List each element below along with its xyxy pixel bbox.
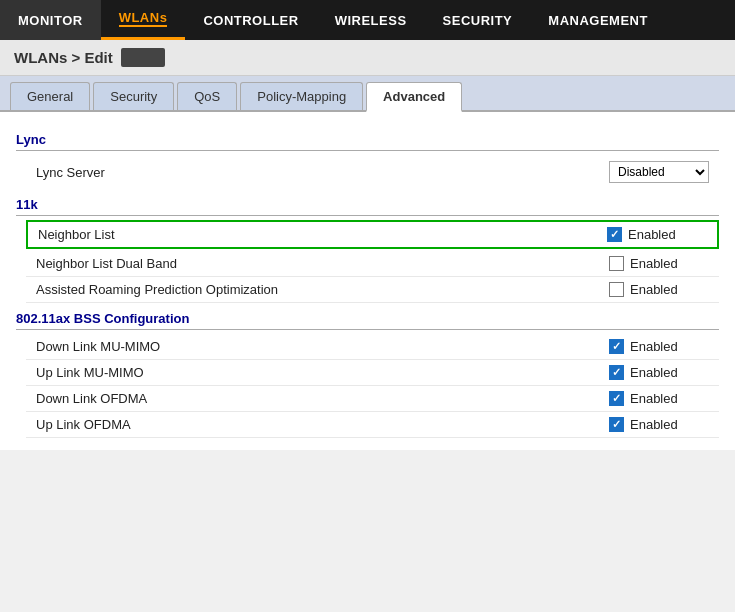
neighbor-list-dual-band-row: Neighbor List Dual Band Enabled	[26, 251, 719, 277]
neighbor-list-dual-band-control: Enabled	[609, 256, 709, 271]
tab-policy-mapping[interactable]: Policy-Mapping	[240, 82, 363, 110]
tab-general[interactable]: General	[10, 82, 90, 110]
ul-mu-mimo-row: Up Link MU-MIMO ✓ Enabled	[26, 360, 719, 386]
nav-controller[interactable]: CONTROLLER	[185, 0, 316, 40]
dl-ofdma-control: ✓ Enabled	[609, 391, 709, 406]
tabs-bar: General Security QoS Policy-Mapping Adva…	[0, 76, 735, 112]
assisted-roaming-checkbox[interactable]	[609, 282, 624, 297]
lync-server-label: Lync Server	[36, 165, 609, 180]
bss-section-header: 802.11ax BSS Configuration	[16, 311, 719, 330]
nav-security[interactable]: SECURITY	[425, 0, 531, 40]
nav-management[interactable]: MANAGEMENT	[530, 0, 666, 40]
dl-mu-mimo-enabled-label: Enabled	[630, 339, 678, 354]
dl-ofdma-checkbox[interactable]: ✓	[609, 391, 624, 406]
neighbor-list-control: ✓ Enabled	[607, 227, 707, 242]
assisted-roaming-row: Assisted Roaming Prediction Optimization…	[26, 277, 719, 303]
neighbor-list-enabled-label: Enabled	[628, 227, 676, 242]
nav-wlans[interactable]: WLANs	[101, 0, 186, 40]
ul-ofdma-enabled-label: Enabled	[630, 417, 678, 432]
lync-server-row: Lync Server Disabled Enabled	[26, 155, 719, 189]
ul-mu-mimo-enabled-label: Enabled	[630, 365, 678, 380]
ul-ofdma-label: Up Link OFDMA	[36, 417, 609, 432]
11k-section-header: 11k	[16, 197, 719, 216]
ul-ofdma-checkbox[interactable]: ✓	[609, 417, 624, 432]
neighbor-list-dual-band-checkbox[interactable]	[609, 256, 624, 271]
lync-section-header: Lync	[16, 132, 719, 151]
ul-ofdma-row: Up Link OFDMA ✓ Enabled	[26, 412, 719, 438]
neighbor-list-label: Neighbor List	[38, 227, 607, 242]
assisted-roaming-label: Assisted Roaming Prediction Optimization	[36, 282, 609, 297]
tab-security[interactable]: Security	[93, 82, 174, 110]
ul-mu-mimo-label: Up Link MU-MIMO	[36, 365, 609, 380]
neighbor-list-row: Neighbor List ✓ Enabled	[26, 220, 719, 249]
assisted-roaming-enabled-label: Enabled	[630, 282, 678, 297]
ul-ofdma-control: ✓ Enabled	[609, 417, 709, 432]
top-nav: MONITOR WLANs CONTROLLER WIRELESS SECURI…	[0, 0, 735, 40]
breadcrumb-text: WLANs > Edit	[14, 49, 113, 66]
dl-ofdma-enabled-label: Enabled	[630, 391, 678, 406]
neighbor-list-dual-band-label: Neighbor List Dual Band	[36, 256, 609, 271]
main-content: Lync Lync Server Disabled Enabled 11k Ne…	[0, 112, 735, 450]
neighbor-list-dual-band-enabled-label: Enabled	[630, 256, 678, 271]
ul-mu-mimo-control: ✓ Enabled	[609, 365, 709, 380]
breadcrumb: WLANs > Edit ​​​​​​​​	[0, 40, 735, 76]
lync-server-select[interactable]: Disabled Enabled	[609, 161, 709, 183]
tab-qos[interactable]: QoS	[177, 82, 237, 110]
dl-mu-mimo-label: Down Link MU-MIMO	[36, 339, 609, 354]
nav-wireless[interactable]: WIRELESS	[317, 0, 425, 40]
ul-mu-mimo-checkbox[interactable]: ✓	[609, 365, 624, 380]
dl-mu-mimo-checkbox[interactable]: ✓	[609, 339, 624, 354]
assisted-roaming-control: Enabled	[609, 282, 709, 297]
breadcrumb-id: ​​​​​​​​	[121, 48, 165, 67]
dl-ofdma-row: Down Link OFDMA ✓ Enabled	[26, 386, 719, 412]
dl-mu-mimo-row: Down Link MU-MIMO ✓ Enabled	[26, 334, 719, 360]
dl-mu-mimo-control: ✓ Enabled	[609, 339, 709, 354]
nav-monitor[interactable]: MONITOR	[0, 0, 101, 40]
tab-advanced[interactable]: Advanced	[366, 82, 462, 112]
neighbor-list-checkbox[interactable]: ✓	[607, 227, 622, 242]
dl-ofdma-label: Down Link OFDMA	[36, 391, 609, 406]
